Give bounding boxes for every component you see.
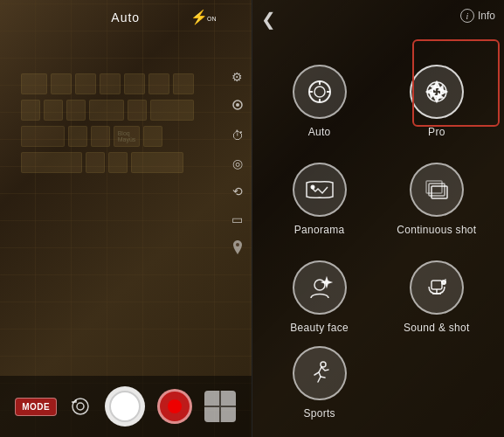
svg-point-2	[236, 243, 239, 246]
mode-selection-panel: ❮ i Info Auto	[252, 0, 505, 437]
timer-icon[interactable]: ⏱	[231, 128, 245, 142]
mode-auto[interactable]: Auto	[261, 52, 378, 150]
settings-icon[interactable]: ⚙	[231, 70, 245, 84]
shutter-inner	[109, 391, 141, 422]
mode-sports-circle	[293, 346, 347, 400]
mode-sound-label: Sound & shot	[404, 322, 470, 334]
grid-cell	[204, 391, 219, 406]
mode-sports-label: Sports	[303, 407, 335, 420]
record-dot	[168, 399, 182, 413]
mode-continuous-circle	[410, 163, 464, 217]
flash-icon[interactable]: ⚡	[190, 9, 208, 25]
left-side-icons: ⚙ ⏱ ◎ ⟲ ▭	[231, 70, 245, 257]
mode-sound-circle	[410, 260, 464, 315]
grid-cell	[204, 407, 219, 422]
mode-pro-label: Pro	[428, 126, 445, 138]
mode-beauty-circle	[293, 260, 347, 315]
mode-continuous-label: Continuous shot	[397, 224, 476, 236]
shutter-button[interactable]	[105, 386, 145, 427]
hdr-icon[interactable]	[231, 98, 245, 114]
mode-panorama-label: Panorama	[294, 224, 345, 236]
flash-on-label: ON	[207, 16, 217, 22]
auto-label: Auto	[111, 10, 140, 24]
gallery-button[interactable]	[204, 391, 236, 422]
mode-beauty[interactable]: Beauty face	[261, 248, 378, 346]
mode-panorama-circle	[293, 163, 347, 217]
record-button[interactable]	[157, 389, 192, 424]
filter-icon[interactable]: ◎	[231, 156, 245, 170]
svg-point-1	[236, 103, 239, 107]
mode-beauty-label: Beauty face	[290, 322, 349, 334]
mode-panorama[interactable]: Panorama	[261, 150, 378, 248]
svg-rect-18	[432, 281, 442, 289]
camera-viewfinder: BloqMayús Auto ⚡ ON ⚙ ⏱ ◎ ⟲ ▭	[0, 0, 252, 437]
svg-point-6	[314, 87, 325, 97]
svg-point-13	[311, 186, 314, 189]
info-icon: i	[460, 9, 474, 23]
back-button[interactable]: ❮	[261, 9, 276, 30]
flip-icon[interactable]: ⟲	[231, 184, 245, 198]
camera-flip-button[interactable]	[69, 397, 92, 416]
mode-grid: Auto Pro	[252, 44, 505, 437]
mode-auto-circle	[293, 65, 347, 119]
svg-point-21	[321, 362, 326, 367]
mode-pro-circle	[410, 65, 464, 119]
mode-pro[interactable]: Pro	[378, 52, 495, 150]
svg-point-4	[77, 403, 84, 410]
grid-cell	[221, 407, 236, 422]
svg-point-17	[314, 280, 325, 290]
mode-auto-label: Auto	[308, 126, 331, 138]
mode-continuous[interactable]: Continuous shot	[378, 150, 495, 248]
grid-cell	[221, 391, 236, 406]
mode-sports[interactable]: Sports	[261, 346, 378, 420]
mode-sound[interactable]: Sound & shot	[378, 248, 495, 346]
bottom-bar: MODE	[0, 376, 252, 437]
location-icon[interactable]	[231, 240, 245, 257]
info-label: Info	[478, 10, 495, 22]
ratio-icon[interactable]: ▭	[231, 212, 245, 226]
svg-point-19	[442, 281, 445, 284]
mode-button[interactable]: MODE	[15, 398, 57, 416]
info-button[interactable]: i Info	[460, 9, 495, 23]
svg-point-3	[72, 399, 88, 414]
